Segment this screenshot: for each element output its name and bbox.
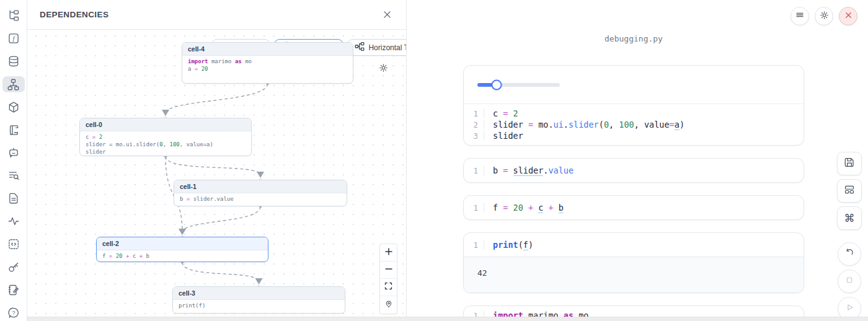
- line-number: 2: [464, 120, 484, 130]
- cell-code-editor[interactable]: 1 f = 20 + c + b: [464, 196, 804, 219]
- sidebar-item-search-logs[interactable]: [2, 167, 25, 184]
- sidebar-item-tracing[interactable]: [2, 213, 25, 230]
- graph-view-button-label: Horizontal Tree: [368, 43, 406, 52]
- graph-node-title: cell-0: [80, 118, 251, 131]
- code-text: c = 2: [484, 108, 518, 118]
- sidebar-item-dependencies[interactable]: [2, 76, 25, 93]
- graph-node-cell-0[interactable]: cell-0c = 2slider = mo.ui.slider(0, 100,…: [79, 118, 252, 156]
- dependencies-icon: [7, 78, 20, 91]
- sidebar-item-functions[interactable]: f: [2, 30, 25, 47]
- graph-node-code-line: slider = mo.ui.slider(0, 100, value=a): [86, 141, 246, 148]
- save-button[interactable]: [837, 152, 862, 175]
- graph-node-code-line: print(f): [179, 302, 339, 309]
- line-number: 3: [464, 131, 484, 141]
- fit-view-icon: [384, 299, 393, 310]
- menu-button[interactable]: [790, 7, 809, 25]
- fullscreen-icon: [384, 281, 393, 293]
- graph-settings-gear-icon[interactable]: [378, 63, 389, 76]
- app-window: f? DEPENDENCIES Mini MapVertical TreeHor…: [0, 0, 868, 321]
- cell-code-editor[interactable]: 1 print(f): [464, 233, 804, 257]
- code-line: 1 print(f): [464, 239, 804, 250]
- notebook-area: debugging.py 1 c = 2 2 slider = mo.ui.sl…: [407, 0, 868, 321]
- zoom-in-button[interactable]: [380, 244, 397, 262]
- horizontal-tree-icon: [355, 42, 365, 53]
- notebook-cell[interactable]: 1 f = 20 + c + b: [463, 195, 804, 220]
- dependency-graph-canvas[interactable]: Mini MapVertical TreeHorizontal Tree cel…: [27, 30, 406, 321]
- graph-node-code-line: a = 20: [188, 65, 347, 73]
- icon-sidebar: f?: [0, 0, 27, 321]
- sidebar-item-snippets[interactable]: [2, 236, 25, 253]
- secrets-icon: [7, 261, 20, 273]
- cell-code-editor[interactable]: 1 b = slider.value: [464, 159, 804, 182]
- graph-node-cell-3[interactable]: cell-3print(f): [172, 286, 345, 314]
- graph-view-button-horizontal-tree[interactable]: Horizontal Tree: [347, 39, 406, 56]
- sidebar-item-scratchpad[interactable]: [2, 281, 25, 298]
- graph-node-code: import marimo as moa = 20: [182, 56, 353, 74]
- notebook-top-buttons: [790, 7, 857, 25]
- sidebar-item-logs-scroll[interactable]: [2, 121, 25, 138]
- svg-text:f: f: [12, 35, 15, 42]
- code-text: slider: [484, 131, 523, 141]
- notebook-cell[interactable]: 1 print(f)42: [463, 232, 804, 293]
- stop-button[interactable]: [838, 270, 861, 293]
- notebook-cell[interactable]: 1 c = 2 2 slider = mo.ui.slider(0, 100, …: [463, 65, 804, 146]
- code-text: b = slider.value: [484, 165, 574, 175]
- panel-title: DEPENDENCIES: [40, 10, 108, 19]
- graph-node-code: b = slider.value: [174, 193, 347, 204]
- zoom-out-icon: [384, 264, 394, 276]
- graph-node-code-line: import marimo as mo: [188, 58, 347, 65]
- code-text: slider = mo.ui.slider(0, 100, value=a): [484, 120, 684, 130]
- zoom-in-icon: [384, 247, 394, 259]
- sidebar-item-secrets[interactable]: [2, 258, 25, 275]
- ai-chat-icon: [7, 147, 20, 159]
- code-line: 1 f = 20 + c + b: [464, 202, 804, 213]
- fullscreen-button[interactable]: [380, 279, 397, 296]
- graph-node-code: print(f): [173, 300, 345, 311]
- layout-icon: [844, 184, 855, 198]
- cell-code-editor[interactable]: 1 c = 2 2 slider = mo.ui.slider(0, 100, …: [464, 104, 804, 145]
- tracing-icon: [7, 215, 20, 227]
- play-icon: [844, 302, 855, 315]
- graph-node-title: cell-2: [97, 237, 268, 250]
- slider-handle[interactable]: [491, 79, 502, 90]
- code-line: 3 slider: [464, 130, 804, 141]
- horizontal-scrollbar[interactable]: [27, 317, 868, 321]
- gear-icon: [819, 10, 830, 23]
- settings-button[interactable]: [815, 7, 833, 25]
- notebook-cell[interactable]: 1 b = slider.value: [463, 158, 804, 183]
- fit-view-button[interactable]: [380, 296, 397, 314]
- graph-node-cell-2[interactable]: cell-2f = 20 + c + b: [96, 237, 268, 262]
- sidebar-item-documentation[interactable]: [2, 190, 25, 207]
- sidebar-item-file-tree[interactable]: [2, 7, 25, 24]
- documentation-icon: [7, 192, 20, 204]
- sidebar-item-packages[interactable]: [2, 99, 25, 115]
- sidebar-item-help[interactable]: ?: [2, 304, 25, 321]
- line-number: 1: [464, 240, 484, 250]
- layout-button[interactable]: [837, 179, 862, 203]
- functions-icon: f: [7, 32, 20, 45]
- snippets-icon: [7, 238, 20, 250]
- notebook-action-rail: ⌘: [837, 152, 862, 320]
- zoom-out-button[interactable]: [380, 262, 397, 279]
- graph-node-cell-4[interactable]: cell-4import marimo as moa = 20: [182, 42, 353, 84]
- shutdown-button[interactable]: [839, 7, 857, 25]
- graph-node-title: cell-4: [182, 43, 353, 56]
- save-icon: [844, 157, 855, 170]
- code-line: 1 b = slider.value: [464, 165, 804, 176]
- graph-node-cell-1[interactable]: cell-1b = slider.value: [174, 180, 347, 206]
- hamburger-icon: [795, 10, 805, 22]
- command-palette-button[interactable]: ⌘: [837, 206, 862, 230]
- code-line: 2 slider = mo.ui.slider(0, 100, value=a): [464, 119, 804, 130]
- sidebar-item-ai-chat[interactable]: [2, 144, 25, 161]
- search-logs-icon: [7, 169, 20, 182]
- undo-button[interactable]: [838, 242, 861, 266]
- slider-widget[interactable]: [477, 83, 560, 87]
- graph-zoom-controls: [379, 244, 397, 314]
- sidebar-item-datasources[interactable]: [2, 53, 25, 70]
- graph-node-code-line: c = 2: [86, 133, 246, 141]
- datasources-icon: [7, 55, 20, 68]
- cell-output: 42: [464, 257, 804, 292]
- packages-icon: [7, 101, 20, 113]
- close-icon[interactable]: [380, 8, 394, 22]
- stop-icon: [844, 275, 855, 288]
